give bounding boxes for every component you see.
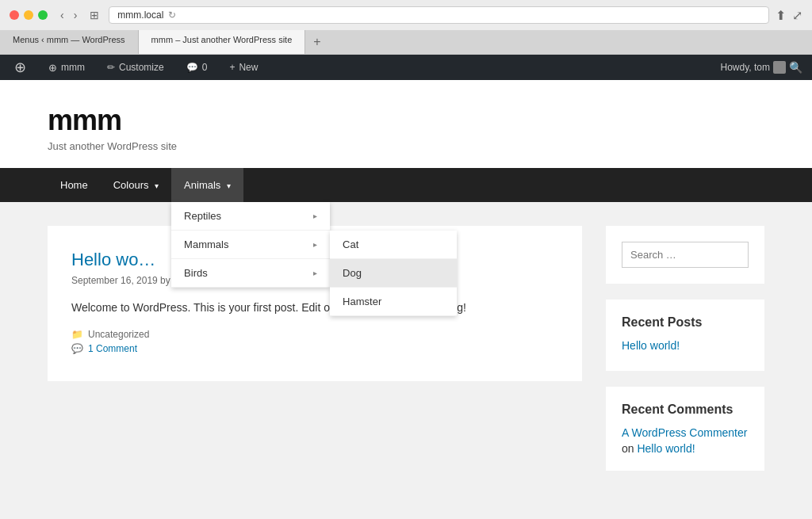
browser-titlebar: ‹ › ⊞ mmm.local ↻ ⬆ ⤢ [0, 0, 812, 30]
wp-logo-item[interactable]: ⊕ [10, 55, 31, 80]
animals-arrow-icon: ▾ [227, 181, 231, 190]
customize-icon: ✏ [107, 62, 115, 73]
colours-label: Colours [113, 179, 149, 191]
dog-item[interactable]: Dog [330, 259, 457, 288]
admin-bar-right: Howdy, tom 🔍 [721, 61, 802, 74]
site-tagline: Just another WordPress site [48, 140, 764, 152]
post-title-text: Hello wo… [71, 250, 155, 269]
post-title-link[interactable]: Hello wo… [71, 250, 155, 269]
nav-menu: Home Colours ▾ Animals ▾ Reptiles ▸ Mamm… [48, 168, 764, 202]
comment-post-link[interactable]: Hello world! [637, 442, 695, 455]
nav-colours: Colours ▾ [101, 168, 171, 202]
site-name-label: mmm [61, 62, 85, 73]
howdy-text: Howdy, tom [721, 62, 770, 73]
site-nav: Home Colours ▾ Animals ▾ Reptiles ▸ Mamm… [0, 168, 812, 202]
post-comments-item: 💬 1 Comment [71, 343, 558, 354]
mammals-subdropdown: Cat Dog Hamster [330, 231, 457, 316]
new-label: New [239, 62, 258, 73]
birds-arrow-icon: ▸ [313, 269, 317, 277]
nav-home: Home [48, 168, 101, 202]
fullscreen-button[interactable]: ⤢ [792, 8, 802, 23]
tab-site[interactable]: mmm – Just another WordPress site [139, 30, 306, 54]
post-comments-link[interactable]: 1 Comment [88, 343, 137, 354]
nav-animals-link[interactable]: Animals ▾ [171, 168, 243, 202]
comment-on-text: on [622, 442, 634, 455]
reptiles-label: Reptiles [184, 210, 221, 222]
post-category-item: 📁 Uncategorized [71, 329, 558, 340]
recent-posts-widget: Recent Posts Hello world! [606, 300, 764, 371]
browser-nav-buttons: ‹ › [57, 7, 80, 23]
reptiles-item[interactable]: Reptiles ▸ [171, 202, 330, 231]
customize-label: Customize [119, 62, 164, 73]
sidebar-toggle[interactable]: ⊞ [86, 7, 102, 23]
recent-post-link[interactable]: Hello world! [622, 339, 749, 352]
mammals-label: Mammals [184, 239, 228, 250]
search-input[interactable] [622, 242, 749, 268]
colours-arrow-icon: ▾ [155, 181, 159, 190]
reptiles-arrow-icon: ▸ [313, 212, 317, 220]
hamster-item[interactable]: Hamster [330, 288, 457, 316]
browser-tabs: Menus ‹ mmm — WordPress mmm – Just anoth… [0, 30, 812, 54]
site-name-item[interactable]: ⊕ mmm [44, 55, 90, 80]
address-bar[interactable]: mmm.local ↻ [109, 6, 769, 24]
reload-button[interactable]: ↻ [168, 10, 176, 21]
mammals-arrow-icon: ▸ [313, 240, 317, 249]
forward-button[interactable]: › [71, 7, 81, 23]
nav-home-link[interactable]: Home [48, 168, 101, 202]
minimize-button[interactable] [24, 10, 33, 20]
sidebar: Recent Posts Hello world! Recent Comment… [606, 226, 764, 495]
comment-entry: A WordPress Commenter on Hello world! [622, 426, 749, 455]
admin-search-icon[interactable]: 🔍 [789, 61, 802, 74]
recent-comments-widget: Recent Comments A WordPress Commenter on… [606, 387, 764, 471]
search-widget [606, 226, 764, 284]
recent-posts-title: Recent Posts [622, 315, 749, 330]
post-excerpt: Welcome to WordPress. This is your first… [71, 299, 558, 316]
back-button[interactable]: ‹ [57, 7, 67, 23]
new-item[interactable]: + New [224, 55, 262, 80]
post-category: Uncategorized [88, 329, 149, 340]
animals-label: Animals [184, 179, 220, 191]
wp-admin-bar: ⊕ ⊕ mmm ✏ Customize 💬 0 + New Howdy, tom… [0, 55, 812, 80]
comment-count-icon: 💬 [71, 343, 83, 354]
birds-label: Birds [184, 267, 208, 279]
window-controls [10, 10, 48, 20]
wp-logo-icon: ⊕ [14, 59, 26, 76]
comments-item[interactable]: 💬 0 [182, 55, 213, 80]
animals-dropdown: Reptiles ▸ Mammals ▸ Cat Dog Hamster Bir… [171, 202, 330, 288]
browser-chrome: ‹ › ⊞ mmm.local ↻ ⬆ ⤢ Menus ‹ mmm — Word… [0, 0, 812, 55]
commenter-link[interactable]: A WordPress Commenter [622, 426, 749, 439]
user-avatar [773, 61, 786, 74]
folder-icon: 📁 [71, 329, 83, 340]
plus-icon: + [229, 62, 235, 73]
share-button[interactable]: ⬆ [776, 8, 786, 23]
post-date: September 16, 2019 [71, 275, 158, 286]
new-tab-button[interactable]: + [305, 30, 328, 54]
comment-icon: 💬 [186, 62, 198, 73]
customize-item[interactable]: ✏ Customize [102, 55, 169, 80]
mammals-item[interactable]: Mammals ▸ Cat Dog Hamster [171, 231, 330, 259]
maximize-button[interactable] [38, 10, 48, 20]
cat-item[interactable]: Cat [330, 231, 457, 259]
birds-item[interactable]: Birds ▸ [171, 259, 330, 288]
recent-comments-title: Recent Comments [622, 403, 749, 417]
site-name-icon: ⊕ [48, 62, 57, 74]
browser-action-buttons: ⬆ ⤢ [776, 8, 802, 23]
close-button[interactable] [10, 10, 19, 20]
post-footer: 📁 Uncategorized 💬 1 Comment [71, 329, 558, 354]
site-title: mmm [48, 104, 764, 137]
nav-colours-link[interactable]: Colours ▾ [101, 168, 171, 202]
comments-count: 0 [202, 62, 208, 73]
nav-animals: Animals ▾ Reptiles ▸ Mammals ▸ Cat Dog H… [171, 168, 243, 202]
site-header: mmm Just another WordPress site [0, 80, 812, 168]
tab-admin[interactable]: Menus ‹ mmm — WordPress [0, 30, 139, 54]
url-text: mmm.local [117, 10, 163, 21]
